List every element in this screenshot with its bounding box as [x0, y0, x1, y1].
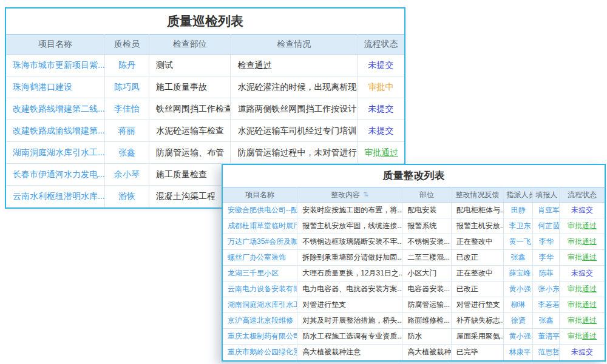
underlined-keyword: 通过 [582, 332, 597, 340]
cell-text: 屋面采用聚氨... [456, 332, 504, 340]
column-header: 项目名称 [6, 35, 105, 55]
cell-name: 陈丹 [105, 55, 149, 76]
cell-status: 未提交 [358, 120, 404, 142]
cell-text: 防腐管运输过程中，未对管进行... [231, 142, 358, 164]
cell-name: 徐贤 [504, 313, 533, 329]
project-link[interactable]: 云南水利枢纽潜明水库... [13, 191, 105, 201]
person-link[interactable]: 张鑫 [539, 316, 554, 325]
project-link[interactable]: 重庆太极制药有限公司亳州中... [228, 332, 297, 340]
cell-text: 报警主机安放牢固，线缆连接... [297, 218, 402, 234]
project-link[interactable]: 改建铁路成渝线增建第... [13, 126, 105, 135]
cell-text: 道路两侧铁丝网围挡工作按设计... [231, 98, 358, 120]
project-link[interactable]: 长春市伊通河水力发电... [13, 169, 105, 179]
project-link[interactable]: 珠海市城市更新项目紫... [13, 60, 105, 70]
cell-name: 陈菲 [533, 266, 560, 281]
cell-text: 高大植被栽种注意 [302, 348, 361, 356]
cell-text: 补齐缺失标志... [451, 313, 504, 329]
project-link[interactable]: 螺丝厂办公室装饰 [228, 253, 286, 261]
cell-link: 云南电力设备安装有限公司20... [223, 281, 297, 297]
underlined-keyword: 通过 [582, 285, 597, 293]
project-link[interactable]: 云南电力设备安装有限公司20... [228, 285, 297, 293]
cell-text: 水泥砼运输车检查 [156, 126, 224, 135]
cell-text: 配电柜柜体与... [456, 206, 504, 214]
person-link[interactable]: 陈菲 [539, 269, 554, 277]
cell-text: 报警系统 [402, 218, 452, 234]
person-link[interactable]: 陈丹 [118, 60, 135, 70]
cell-link: 万达广场35#会所及咖啡厅空... [223, 234, 297, 250]
project-link[interactable]: 成都杜甫草堂临时展厅独立展... [228, 221, 297, 230]
cell-text: 测试 [149, 55, 231, 76]
cell-text: 电容器安装... [407, 285, 450, 293]
person-link[interactable]: 肖亚军 [538, 206, 560, 214]
column-header[interactable]: 整改内容⇅ [297, 187, 402, 203]
person-link[interactable]: 黄小强 [509, 285, 531, 293]
person-link[interactable]: 张鑫 [511, 253, 526, 261]
cell-text: 已改正 [451, 250, 504, 266]
person-link[interactable]: 张鑫 [118, 147, 135, 157]
cell-text: 水泥砼运输车检查 [149, 120, 231, 142]
cell-text: 不锈钢边框玻璃隔断安装不牢... [302, 237, 402, 246]
person-link[interactable]: 李华 [539, 237, 554, 246]
table-row: 珠海鹤港口建设陈巧凤施工质量事故水泥砼灌注的时候，出现离析现象审批中 [6, 76, 404, 98]
person-link[interactable]: 张小东 [538, 285, 560, 293]
cell-name: 张鑫 [533, 313, 560, 329]
sort-icon[interactable]: ⇅ [363, 190, 368, 198]
cell-text: 检查通过 [231, 55, 358, 76]
person-link[interactable]: 黄一飞 [509, 237, 531, 246]
cell-name: 田静 [504, 203, 533, 218]
cell-name: 林康平 [504, 345, 533, 360]
project-link[interactable]: 京沪高速北京段维修 [228, 316, 293, 325]
person-link[interactable]: 林康平 [509, 348, 531, 356]
person-link[interactable]: 薛宝峰 [509, 269, 531, 277]
cell-name: 黄小强 [504, 329, 533, 345]
person-link[interactable]: 李卫东 [509, 221, 531, 230]
cell-text: 对管进行垫支 [456, 300, 500, 309]
cell-text: 已改正 [456, 285, 478, 293]
person-link[interactable]: 蒋丽 [118, 126, 135, 135]
person-link[interactable]: 李华 [539, 253, 554, 261]
status-text: 审批中 [368, 82, 394, 92]
cell-name: 黄一飞 [504, 234, 533, 250]
person-link[interactable]: 董清平 [538, 332, 560, 340]
person-link[interactable]: 陈巧凤 [114, 82, 140, 92]
cell-text: 对管进行垫支 [297, 297, 402, 313]
project-link[interactable]: 改建铁路线增建第二线... [13, 104, 105, 113]
status-text: 未提交 [571, 269, 593, 277]
person-link[interactable]: 何芷茵 [538, 221, 560, 230]
cell-text: 报警系统 [407, 221, 436, 230]
person-link[interactable]: 田静 [511, 206, 526, 214]
cell-text: 不锈钢安装... [402, 234, 452, 250]
person-link[interactable]: 徐贤 [511, 316, 526, 325]
cell-link: 安徽合肥供电公司--配电设备... [223, 203, 297, 218]
cell-link: 京沪高速北京段维修 [223, 313, 297, 329]
person-link[interactable]: 李若若 [538, 300, 560, 309]
project-link[interactable]: 龙湖三千里小区 [228, 269, 279, 277]
column-label: 流程状态 [364, 39, 398, 49]
person-link[interactable]: 黄小强 [509, 332, 531, 340]
project-link[interactable]: 湖南洞庭湖水库引水工程施工标 [228, 300, 297, 309]
person-link[interactable]: 范思哲 [538, 348, 560, 356]
cell-text: 混凝土沟渠工程 [149, 186, 231, 207]
project-link[interactable]: 湖南洞庭湖水库引水工... [13, 147, 105, 157]
cell-text: 正在整改中 [456, 237, 493, 246]
cell-text: 防腐管运输、布管 [149, 142, 231, 164]
cell-link: 改建铁路线增建第二线... [6, 98, 105, 120]
cell-text: 正在整改中 [456, 269, 493, 277]
project-link[interactable]: 珠海鹤港口建设 [13, 82, 72, 92]
cell-name: 黄小强 [504, 281, 533, 297]
project-link[interactable]: 万达广场35#会所及咖啡厅空... [228, 237, 297, 246]
project-link[interactable]: 重庆市鹅岭公园绿化景观提升... [228, 348, 297, 356]
person-link[interactable]: 余小琴 [114, 169, 140, 179]
underlined-keyword: 通过 [582, 221, 597, 230]
cell-link: 成都杜甫草堂临时展厅独立展... [223, 218, 297, 234]
person-link[interactable]: 李佳怡 [114, 104, 140, 113]
column-label: 项目名称 [245, 190, 274, 199]
column-header: 部位 [402, 187, 452, 203]
project-link[interactable]: 安徽合肥供电公司--配电设备... [228, 206, 297, 214]
cell-text: 施工质量事故 [156, 82, 207, 92]
cell-status: 审批通过 [560, 329, 605, 345]
person-link[interactable]: 游恢 [118, 191, 135, 201]
rectification-table: 项目名称整改内容⇅部位整改情况反馈指派人员填报人流程状态 安徽合肥供电公司--配… [223, 187, 605, 360]
table-row: 万达广场35#会所及咖啡厅空...不锈钢边框玻璃隔断安装不牢...不锈钢安装..… [223, 234, 605, 250]
person-link[interactable]: 柳琳 [511, 300, 526, 309]
